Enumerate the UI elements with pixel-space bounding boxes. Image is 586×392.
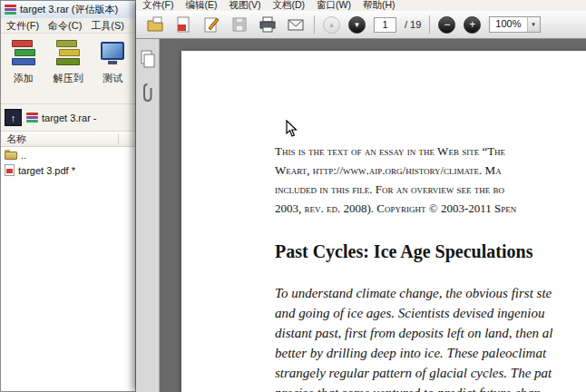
document-intro-paragraph: This is the text of an essay in the Web … xyxy=(275,142,586,218)
pages-panel-icon[interactable] xyxy=(140,50,156,68)
open-file-icon[interactable] xyxy=(145,15,165,34)
pdf-menu-document[interactable]: 文档(D) xyxy=(272,0,305,11)
intro-line: included in this file. For an overview s… xyxy=(275,180,586,199)
toolbar-separator xyxy=(429,15,430,34)
print-icon[interactable] xyxy=(258,15,278,34)
page-count-label: / 19 xyxy=(405,19,421,30)
zoom-level-select[interactable]: 100% ▼ xyxy=(489,16,540,33)
intro-line: This is the text of an essay in the Web … xyxy=(275,142,586,161)
pdf-menu-bar: 文件(F) 编辑(E) 视图(V) 文档(D) 窗口(W) 帮助(H) xyxy=(136,0,586,11)
body-line: distant past, first from deposits left o… xyxy=(275,323,586,343)
test-button-label: 测试 xyxy=(103,72,122,85)
winrar-window: target 3.rar (评估版本) 文件(F) 命令(C) 工具(S) 添加… xyxy=(0,0,136,392)
document-background[interactable]: This is the text of an essay in the Web … xyxy=(160,39,586,392)
add-button-label: 添加 xyxy=(14,72,34,85)
add-books-icon xyxy=(9,38,38,69)
body-line: better by drilling deep into ice. These … xyxy=(275,343,586,363)
pdf-menu-file[interactable]: 文件(F) xyxy=(142,0,173,11)
winrar-menu-bar: 文件(F) 命令(C) 工具(S) xyxy=(1,18,135,34)
pdf-toolbar: ▲ ▼ 1 / 19 − + 100% ▼ xyxy=(136,11,586,39)
document-heading: Past Cycles: Ice Age Speculations xyxy=(275,241,586,261)
pdf-menu-window[interactable]: 窗口(W) xyxy=(317,0,351,11)
up-directory-button[interactable]: ↑ xyxy=(5,109,22,126)
pdf-file-icon xyxy=(5,164,15,176)
name-column-header: 名称 xyxy=(6,132,26,146)
body-line: strangely regular pattern of glacial cyc… xyxy=(275,363,586,383)
pdf-page[interactable]: This is the text of an essay in the Web … xyxy=(181,51,586,392)
edit-annotate-icon[interactable] xyxy=(201,15,221,34)
zoom-in-button[interactable]: + xyxy=(464,16,481,34)
test-monitor-icon xyxy=(98,38,127,69)
intro-line: Weart, http://www.aip.org/history/climat… xyxy=(275,161,586,180)
up-arrow-icon: ↑ xyxy=(11,113,16,123)
rar-archive-icon xyxy=(26,113,38,123)
zoom-in-icon: + xyxy=(469,19,475,30)
list-item-parent-dir[interactable]: .. xyxy=(1,147,135,162)
zoom-level-value: 100% xyxy=(490,17,526,32)
page-number-input[interactable]: 1 xyxy=(374,17,396,33)
pdf-menu-help[interactable]: 帮助(H) xyxy=(363,0,396,11)
list-item-label: .. xyxy=(21,150,26,161)
add-button[interactable]: 添加 xyxy=(3,38,44,103)
mouse-cursor xyxy=(286,120,298,138)
attachments-paperclip-icon[interactable] xyxy=(142,83,153,103)
winrar-menu-file[interactable]: 文件(F) xyxy=(6,19,39,33)
winrar-menu-commands[interactable]: 命令(C) xyxy=(48,19,82,33)
winrar-toolbar: 添加 解压到 测试 xyxy=(1,34,135,104)
document-body-paragraph: To understand climate change, the obviou… xyxy=(275,283,586,392)
winrar-menu-tools[interactable]: 工具(S) xyxy=(91,19,124,33)
next-page-icon: ▼ xyxy=(354,21,361,29)
intro-line: 2003, rev. ed. 2008). Copyright © 2003-2… xyxy=(275,199,586,218)
zoom-dropdown-button[interactable]: ▼ xyxy=(527,17,540,32)
folder-up-icon xyxy=(5,150,17,160)
pdf-content-area: This is the text of an essay in the Web … xyxy=(136,39,586,392)
toolbar-separator xyxy=(314,15,315,34)
pdf-menu-view[interactable]: 视图(V) xyxy=(229,0,260,11)
list-item-pdf-file[interactable]: target 3.pdf * xyxy=(1,162,135,178)
winrar-app-icon xyxy=(5,5,16,15)
winrar-address-bar: ↑ target 3.rar - xyxy=(1,104,135,132)
test-button[interactable]: 测试 xyxy=(93,38,133,103)
page-text-block: This is the text of an essay in the Web … xyxy=(275,142,586,392)
extract-books-icon xyxy=(54,38,83,69)
winrar-window-title: target 3.rar (评估版本) xyxy=(20,3,118,16)
extract-to-button-label: 解压到 xyxy=(53,72,83,85)
email-icon[interactable] xyxy=(286,15,306,34)
pdf-create-icon[interactable] xyxy=(173,15,193,34)
pdf-menu-edit[interactable]: 编辑(E) xyxy=(185,0,217,11)
winrar-title-bar[interactable]: target 3.rar (评估版本) xyxy=(1,1,135,18)
chevron-down-icon: ▼ xyxy=(531,22,536,27)
previous-page-button[interactable]: ▲ xyxy=(323,16,340,34)
archive-path-combo[interactable]: target 3.rar - xyxy=(26,113,97,123)
pdf-navigation-panel xyxy=(136,39,160,392)
zoom-out-button[interactable]: − xyxy=(438,16,455,34)
body-line: precise that some ventured to predict fu… xyxy=(275,383,586,392)
list-item-label: target 3.pdf * xyxy=(18,165,75,176)
body-line: and going of ice ages. Scientists devise… xyxy=(275,303,586,323)
archive-path-text: target 3.rar - xyxy=(42,113,97,123)
pdf-viewer-window: 文件(F) 编辑(E) 视图(V) 文档(D) 窗口(W) 帮助(H) xyxy=(136,0,586,392)
previous-page-icon: ▲ xyxy=(328,21,336,29)
file-list: .. target 3.pdf * xyxy=(1,147,135,178)
zoom-out-icon: − xyxy=(444,19,450,30)
save-icon[interactable] xyxy=(230,15,249,34)
next-page-button[interactable]: ▼ xyxy=(348,16,366,34)
extract-to-button[interactable]: 解压到 xyxy=(47,38,88,103)
body-line: To understand climate change, the obviou… xyxy=(275,283,586,303)
file-list-header[interactable]: 名称 xyxy=(1,132,135,147)
